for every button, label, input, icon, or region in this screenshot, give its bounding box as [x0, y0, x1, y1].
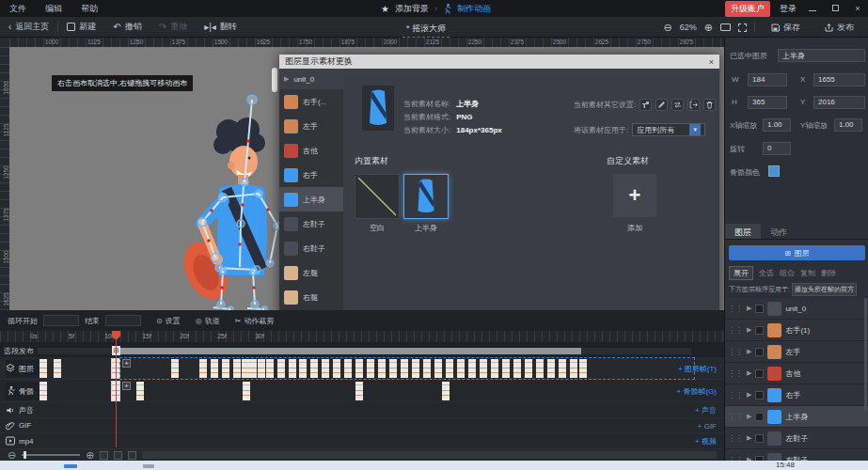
keyframe-thumbnail[interactable]: [442, 382, 450, 400]
w-input[interactable]: 184: [748, 73, 787, 86]
drag-handle-icon[interactable]: ⋮⋮: [728, 326, 743, 335]
layer-row[interactable]: ⋮⋮ ▶ unit_0: [725, 298, 868, 320]
layer-row[interactable]: ⋮⋮ ▶ 右手(1): [725, 320, 868, 341]
dialog-layer-item[interactable]: ▶ 左手: [279, 114, 343, 138]
copy-button[interactable]: 复制: [800, 268, 815, 278]
layer-checkbox[interactable]: [755, 326, 764, 335]
mp4-track[interactable]: mp4 + 视频: [0, 433, 724, 449]
bone-track[interactable]: + 骨骼 + 骨骼帧(G): [0, 380, 724, 402]
x-input[interactable]: 1655: [813, 73, 865, 86]
taskbar-app-icon[interactable]: [143, 464, 154, 468]
add-gif-link[interactable]: + GIF: [698, 421, 717, 430]
zoom-out-button[interactable]: ⊖: [664, 22, 672, 34]
redo-button[interactable]: ↷重做: [150, 17, 196, 38]
drag-handle-icon[interactable]: ⋮⋮: [728, 348, 743, 356]
chevron-right-icon[interactable]: ▶: [747, 434, 751, 442]
dialog-layer-item[interactable]: ▶ 右手: [279, 163, 343, 187]
group-button[interactable]: 组合: [780, 268, 795, 278]
keyframe-thumbnail[interactable]: [136, 382, 144, 400]
layer-row[interactable]: ⋮⋮ ▶ 左手: [725, 341, 868, 363]
flip-button[interactable]: ▸|◂翻转: [196, 17, 245, 38]
dialog-layer-item[interactable]: ▶ unit_0: [279, 69, 343, 89]
add-background-button[interactable]: 添加背景: [395, 3, 429, 15]
chevron-right-icon[interactable]: ▶: [747, 369, 751, 377]
back-home-button[interactable]: ‹返回主页: [0, 17, 57, 38]
add-sound-link[interactable]: + 声音: [695, 405, 717, 415]
layer-row[interactable]: ⋮⋮ ▶ 吉他: [725, 363, 868, 384]
delete-button[interactable]: 删除: [821, 268, 836, 278]
layer-checkbox[interactable]: [755, 369, 764, 378]
sound-track[interactable]: 声音 + 声音: [0, 402, 724, 418]
gif-track[interactable]: GIF + GIF: [0, 418, 724, 433]
drag-handle-icon[interactable]: ⋮⋮: [728, 305, 743, 313]
dialog-layer-item[interactable]: ▶ 左鞋子: [279, 212, 343, 236]
add-custom-material-button[interactable]: +: [613, 174, 656, 217]
timeline-scrollbar[interactable]: [142, 451, 717, 459]
add-video-link[interactable]: + 视频: [695, 436, 717, 446]
edit-icon[interactable]: [655, 99, 668, 111]
action-crop-button[interactable]: ✂动作裁剪: [235, 316, 275, 326]
timeline-zoom-slider[interactable]: [22, 454, 80, 456]
export-icon[interactable]: [687, 99, 700, 111]
menu-item[interactable]: 编辑: [36, 3, 71, 15]
layer-checkbox[interactable]: [755, 413, 764, 421]
fullscreen-icon[interactable]: [738, 24, 747, 32]
dialog-titlebar[interactable]: 图层显示素材更换 ×: [279, 55, 719, 69]
layer-checkbox[interactable]: [755, 305, 764, 313]
zoom-in-icon[interactable]: ⊕: [86, 449, 94, 462]
add-keyframe-plus-button[interactable]: +: [122, 382, 131, 390]
canvas-scrollbar-thumb[interactable]: [272, 68, 277, 92]
add-keyframe-plus-button[interactable]: +: [122, 359, 131, 368]
taskbar-app-icon[interactable]: [64, 464, 77, 468]
chevron-right-icon[interactable]: ▶: [747, 391, 751, 399]
add-layer-button[interactable]: ⊞ 图层: [729, 245, 865, 260]
segment-range-bar[interactable]: [119, 348, 581, 354]
new-button[interactable]: 新建: [58, 17, 104, 38]
upgrade-account-button[interactable]: 升级账户: [725, 1, 770, 17]
dialog-layer-item[interactable]: ▶ 右手(...: [279, 89, 343, 114]
keyframe-thumbnail[interactable]: [54, 359, 61, 378]
fit-view-icon[interactable]: [720, 24, 731, 31]
delete-icon[interactable]: [703, 99, 716, 111]
layer-row[interactable]: ⋮⋮ ▶ 右鞋子: [725, 449, 868, 461]
dialog-layer-item[interactable]: ▶ 右腿: [279, 285, 343, 309]
chevron-right-icon[interactable]: ▶: [747, 305, 751, 312]
h-input[interactable]: 365: [748, 96, 787, 109]
paint-icon[interactable]: [639, 99, 652, 111]
order-select[interactable]: 播放头所在帧的前方: [792, 283, 857, 296]
swap-icon[interactable]: [671, 99, 684, 111]
builtin-torso-thumbnail[interactable]: [403, 174, 449, 219]
dialog-layer-item[interactable]: ▶ 吉他: [279, 138, 343, 163]
drag-handle-icon[interactable]: ⋮⋮: [728, 434, 743, 443]
layer-checkbox[interactable]: [755, 434, 764, 443]
tab-layers[interactable]: 图层: [725, 224, 761, 239]
keyframe-thumbnail[interactable]: [243, 382, 250, 400]
scale-x-input[interactable]: 1.00: [763, 118, 791, 132]
apply-to-select[interactable]: 应用到所有▾: [632, 123, 705, 136]
dialog-close-icon[interactable]: ×: [709, 57, 714, 67]
track-button[interactable]: ◎轨道: [196, 316, 220, 326]
keyframe-thumbnail[interactable]: [39, 359, 47, 378]
zoom-out-icon[interactable]: ⊖: [8, 449, 16, 462]
chevron-right-icon[interactable]: ▶: [747, 348, 751, 355]
layer-checkbox[interactable]: [755, 391, 764, 400]
keyframe-thumbnail[interactable]: [39, 382, 47, 400]
make-animation-tab[interactable]: 制作动画: [457, 3, 491, 15]
document-title[interactable]: * 摇滚大师: [402, 23, 450, 38]
minimize-button[interactable]: [806, 4, 819, 13]
drag-handle-icon[interactable]: ⋮⋮: [728, 413, 743, 421]
publish-button[interactable]: 发布: [816, 17, 862, 38]
frame-ruler[interactable]: 0s5f10f15f20f25f30f: [0, 331, 724, 342]
add-layer-frame-link[interactable]: + 图层帧(T): [678, 363, 717, 373]
restore-button[interactable]: [829, 4, 842, 13]
save-button[interactable]: 保存: [763, 17, 809, 38]
layer-row[interactable]: ⋮⋮ ▶ 右手: [725, 384, 868, 406]
drag-handle-icon[interactable]: ⋮⋮: [728, 391, 743, 400]
close-button[interactable]: ×: [851, 4, 864, 13]
add-bone-frame-link[interactable]: + 骨骼帧(G): [677, 385, 717, 396]
scale-y-input[interactable]: 1.00: [834, 118, 862, 132]
layer-list-scrollbar[interactable]: [864, 298, 867, 411]
menu-item[interactable]: 帮助: [71, 3, 107, 15]
rotation-input[interactable]: 0: [763, 142, 791, 155]
expand-button[interactable]: 展开: [729, 266, 753, 280]
